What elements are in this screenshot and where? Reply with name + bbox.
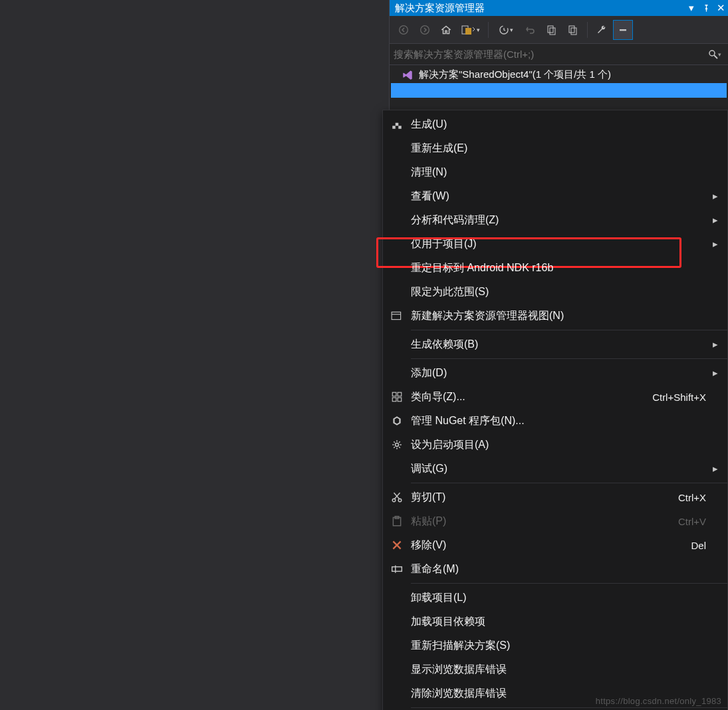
search-icon[interactable]: ▾ [705, 45, 724, 64]
svg-rect-14 [398, 126, 402, 129]
solution-label: 解决方案"SharedObject4"(1 个项目/共 1 个) [419, 68, 611, 81]
menu-item-label: 清理(N) [411, 166, 706, 179]
build-icon [383, 118, 411, 130]
svg-rect-20 [398, 398, 402, 402]
menu-item-label: 重新扫描解决方案(S) [411, 639, 706, 653]
undo-icon[interactable] [521, 20, 541, 40]
back-icon[interactable] [394, 20, 414, 40]
menu-item[interactable]: 调试(G)▸ [383, 457, 727, 481]
sync-views-icon[interactable]: ▾ [457, 20, 484, 40]
panel-toolbar: ▾ ▾ [390, 16, 728, 44]
solution-icon [402, 69, 414, 81]
menu-item-label: 仅用于项目(J) [411, 237, 706, 251]
cut-icon [383, 491, 411, 503]
menu-item[interactable]: 剪切(T)Ctrl+X [383, 485, 727, 509]
submenu-arrow-icon: ▸ [706, 463, 718, 475]
copy2-icon[interactable] [563, 20, 583, 40]
menu-item[interactable]: 卸载项目(L) [383, 586, 727, 610]
menu-item-shortcut: Ctrl+Shift+X [652, 392, 706, 403]
menu-item[interactable]: 设为启动项目(A) [383, 433, 727, 457]
menu-item: 粘贴(P)Ctrl+V [383, 509, 727, 533]
menu-item[interactable]: 添加(D)▸ [383, 361, 727, 385]
menu-item[interactable]: 类向导(Z)...Ctrl+Shift+X [383, 385, 727, 409]
menu-item-label: 查看(W) [411, 189, 706, 203]
submenu-arrow-icon: ▸ [706, 214, 718, 226]
menu-item-label: 生成(U) [411, 118, 706, 132]
svg-rect-30 [392, 567, 402, 572]
menu-item[interactable]: 仅用于项目(J)▸ [383, 232, 727, 256]
menu-item[interactable]: 显示浏览数据库错误 [383, 657, 727, 681]
menu-item-label: 设为启动项目(A) [411, 438, 706, 452]
menu-item[interactable]: 加载项目依赖项 [383, 610, 727, 634]
menu-item-label: 分析和代码清理(Z) [411, 213, 706, 227]
svg-rect-12 [392, 126, 396, 129]
svg-rect-8 [571, 28, 576, 35]
svg-line-11 [714, 55, 717, 59]
menu-separator [411, 330, 727, 330]
minus-icon[interactable] [613, 20, 633, 40]
project-node-selected[interactable] [391, 83, 727, 98]
menu-separator [411, 483, 727, 483]
svg-rect-3 [465, 28, 471, 35]
menu-separator [411, 583, 727, 584]
forward-icon[interactable] [415, 20, 435, 40]
menu-item[interactable]: 限定为此范围(S) [383, 280, 727, 304]
class-wizard-icon [383, 391, 411, 403]
menu-item[interactable]: 新建解决方案资源管理器视图(N) [383, 304, 727, 328]
menu-item[interactable]: 重命名(M) [383, 557, 727, 581]
svg-rect-13 [396, 123, 399, 126]
submenu-arrow-icon: ▸ [706, 190, 718, 202]
dropdown-icon[interactable]: ▾ [684, 1, 699, 15]
menu-item[interactable]: 重新扫描解决方案(S) [383, 634, 727, 657]
svg-rect-19 [392, 398, 396, 402]
menu-item-label: 新建解决方案资源管理器视图(N) [411, 309, 706, 323]
menu-separator [411, 358, 727, 359]
menu-item-label: 添加(D) [411, 366, 706, 380]
svg-rect-7 [569, 26, 574, 33]
context-menu: 生成(U)重新生成(E)清理(N)查看(W)▸分析和代码清理(Z)▸仅用于项目(… [382, 110, 728, 710]
menu-item-label: 加载项目依赖项 [411, 615, 706, 629]
history-icon[interactable]: ▾ [493, 20, 519, 40]
menu-item[interactable]: 生成(U) [383, 112, 727, 136]
menu-item-label: 粘贴(P) [411, 515, 678, 529]
menu-item[interactable]: 清理(N) [383, 160, 727, 184]
menu-item-shortcut: Ctrl+X [678, 492, 706, 503]
svg-rect-17 [392, 392, 396, 396]
menu-item-label: 类向导(Z)... [411, 390, 652, 404]
svg-line-24 [395, 493, 400, 499]
home-icon[interactable] [436, 20, 456, 40]
solution-explorer-panel: 解决方案资源管理器 ▾ ✕ ▾ ▾ ▾ 解决方案"SharedObject4"(… [389, 0, 728, 110]
panel-title-bar: 解决方案资源管理器 ▾ ✕ [390, 0, 728, 16]
submenu-arrow-icon: ▸ [706, 238, 718, 250]
wrench-icon[interactable] [592, 20, 612, 40]
svg-line-25 [394, 493, 400, 499]
menu-item[interactable]: 分析和代码清理(Z)▸ [383, 208, 727, 232]
menu-item[interactable]: 重定目标到 Android NDK r16b [383, 256, 727, 280]
menu-item-label: 重定目标到 Android NDK r16b [411, 261, 706, 275]
menu-separator [411, 707, 727, 708]
pin-icon[interactable] [699, 1, 713, 15]
search-input[interactable] [394, 49, 705, 60]
menu-item-label: 卸载项目(L) [411, 591, 706, 605]
menu-item[interactable]: 生成依赖项(B)▸ [383, 332, 727, 356]
watermark: https://blog.csdn.net/only_1983 [596, 696, 721, 706]
menu-item[interactable]: 管理 NuGet 程序包(N)... [383, 409, 727, 433]
svg-rect-6 [550, 28, 555, 35]
svg-point-23 [398, 499, 402, 502]
menu-item[interactable]: 移除(V)Del [383, 533, 727, 557]
copy1-icon[interactable] [542, 20, 562, 40]
menu-item[interactable]: 查看(W)▸ [383, 184, 727, 208]
close-icon[interactable]: ✕ [713, 1, 728, 15]
svg-rect-9 [620, 29, 626, 31]
menu-item[interactable]: 重新生成(E) [383, 136, 727, 160]
search-row: ▾ [390, 44, 728, 65]
svg-rect-15 [392, 312, 401, 319]
solution-node[interactable]: 解决方案"SharedObject4"(1 个项目/共 1 个) [390, 66, 728, 83]
menu-item-label: 显示浏览数据库错误 [411, 663, 706, 677]
submenu-arrow-icon: ▸ [706, 338, 718, 350]
solution-tree: 解决方案"SharedObject4"(1 个项目/共 1 个) [390, 65, 728, 99]
menu-item-shortcut: Ctrl+V [678, 516, 706, 527]
svg-rect-5 [548, 26, 553, 33]
nuget-icon [383, 415, 411, 427]
svg-point-0 [400, 25, 408, 34]
